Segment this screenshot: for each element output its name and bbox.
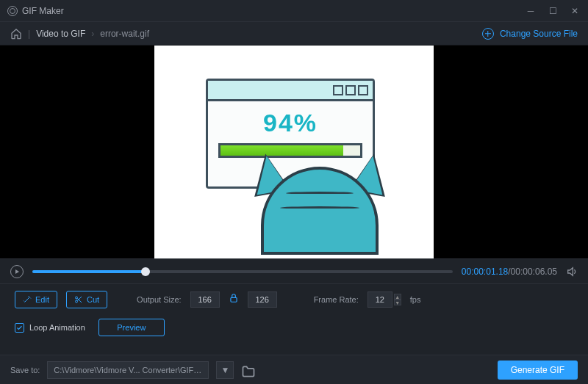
edit-label: Edit bbox=[35, 295, 49, 304]
breadcrumb-bar: | Video to GIF › error-wait.gif Change S… bbox=[0, 22, 588, 46]
app-title: GIF Maker bbox=[22, 6, 64, 16]
time-total: 00:00:06.05 bbox=[511, 267, 557, 277]
app-logo-icon bbox=[7, 6, 18, 16]
tool-row: Edit Cut Output Size: 166 126 Frame Rate… bbox=[0, 283, 588, 314]
loop-label[interactable]: Loop Animation bbox=[29, 323, 85, 332]
chevron-right-icon: › bbox=[91, 29, 94, 39]
minimize-button[interactable]: ─ bbox=[525, 6, 537, 16]
output-width-input[interactable]: 166 bbox=[190, 291, 220, 308]
magic-wand-icon bbox=[23, 295, 32, 304]
play-button[interactable] bbox=[10, 265, 24, 278]
seek-slider[interactable] bbox=[32, 270, 453, 273]
frame-rate-down[interactable]: ▼ bbox=[394, 300, 401, 305]
svg-point-0 bbox=[75, 297, 77, 299]
play-icon bbox=[15, 269, 19, 274]
fps-label: fps bbox=[410, 295, 421, 304]
save-to-label: Save to: bbox=[10, 366, 40, 374]
lock-aspect-icon[interactable] bbox=[229, 293, 239, 305]
scissors-icon bbox=[74, 295, 83, 304]
loop-checkbox[interactable] bbox=[15, 323, 24, 333]
generate-gif-button[interactable]: Generate GIF bbox=[498, 361, 578, 380]
video-viewport: 94% bbox=[0, 46, 588, 258]
plus-circle-icon bbox=[482, 28, 494, 40]
change-source-button[interactable]: Change Source File bbox=[482, 28, 578, 40]
preview-frame: 94% bbox=[154, 46, 434, 258]
time-current: 00:00:01.18 bbox=[462, 267, 508, 277]
svg-point-1 bbox=[75, 300, 77, 303]
edit-button[interactable]: Edit bbox=[15, 291, 57, 308]
open-folder-icon[interactable] bbox=[241, 364, 256, 376]
output-size-label: Output Size: bbox=[137, 295, 182, 304]
output-height-input[interactable]: 126 bbox=[248, 291, 277, 308]
titlebar: GIF Maker ─ ☐ ✕ bbox=[0, 0, 588, 22]
frame-rate-input[interactable]: 12 bbox=[368, 291, 392, 308]
seek-thumb[interactable] bbox=[141, 267, 150, 276]
maximize-button[interactable]: ☐ bbox=[547, 6, 559, 16]
save-path-field[interactable]: C:\Vidmore\Vidmore V... Converter\GIF Ma… bbox=[47, 361, 209, 379]
volume-icon[interactable] bbox=[566, 266, 578, 278]
frame-rate-up[interactable]: ▲ bbox=[394, 294, 401, 300]
svg-rect-2 bbox=[231, 297, 237, 302]
preview-content: 94% bbox=[198, 71, 390, 233]
footer: Save to: C:\Vidmore\Vidmore V... Convert… bbox=[0, 355, 588, 384]
separator-icon: | bbox=[28, 29, 30, 39]
cut-label: Cut bbox=[87, 295, 99, 304]
preview-button[interactable]: Preview bbox=[98, 319, 165, 336]
change-source-label: Change Source File bbox=[500, 29, 578, 39]
time-display: 00:00:01.18/00:00:06.05 bbox=[462, 267, 557, 277]
loop-row: Loop Animation Preview bbox=[0, 314, 588, 341]
close-button[interactable]: ✕ bbox=[569, 6, 581, 16]
breadcrumb-file: error-wait.gif bbox=[100, 29, 149, 39]
save-path-dropdown[interactable]: ▼ bbox=[216, 361, 234, 379]
playback-bar: 00:00:01.18/00:00:06.05 bbox=[0, 258, 588, 283]
generate-label: Generate GIF bbox=[511, 365, 564, 375]
frame-rate-label: Frame Rate: bbox=[314, 295, 359, 304]
check-icon bbox=[16, 325, 23, 331]
preview-percent: 94% bbox=[208, 109, 373, 137]
preview-label: Preview bbox=[117, 323, 146, 332]
home-icon[interactable] bbox=[10, 28, 22, 40]
breadcrumb-root[interactable]: Video to GIF bbox=[36, 29, 85, 39]
cut-button[interactable]: Cut bbox=[66, 291, 107, 308]
